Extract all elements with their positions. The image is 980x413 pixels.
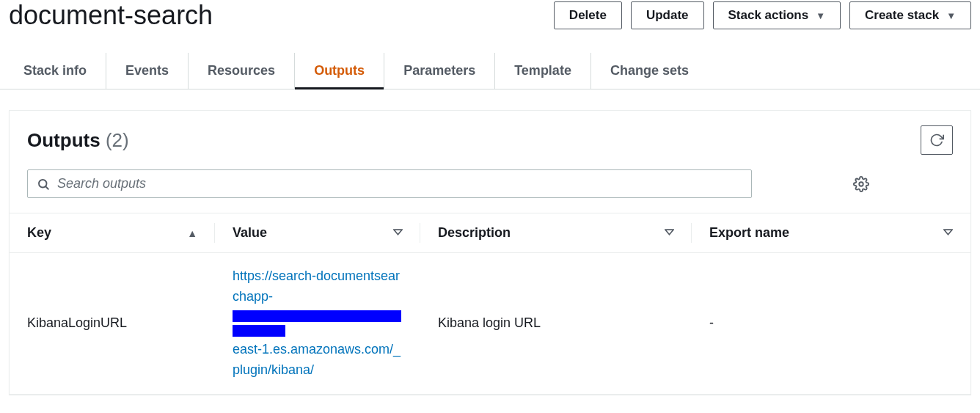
cell-value[interactable]: https://search-documentsearchapp- east-1… [215,253,420,395]
tab-template[interactable]: Template [495,53,591,89]
outputs-table: Key ▲ Value Description [10,213,970,395]
column-header-key[interactable]: Key ▲ [10,213,215,253]
tab-events[interactable]: Events [106,53,189,89]
cell-key: KibanaLoginURL [10,253,215,395]
tab-change-sets[interactable]: Change sets [591,53,708,89]
refresh-button[interactable] [921,125,953,155]
table-row: KibanaLoginURL https://search-documentse… [10,253,970,395]
tabs: Stack info Events Resources Outputs Para… [0,53,980,89]
column-header-description[interactable]: Description [420,213,692,253]
delete-button[interactable]: Delete [554,1,622,29]
tab-resources[interactable]: Resources [189,53,295,89]
gear-icon [853,176,869,192]
redacted-bar [233,325,285,337]
search-icon [37,178,50,191]
redacted-bar [233,310,401,322]
stack-actions-label: Stack actions [728,8,809,23]
filter-icon[interactable] [943,228,953,238]
svg-marker-4 [665,230,673,235]
sort-asc-icon[interactable]: ▲ [187,227,197,239]
svg-marker-5 [944,230,952,235]
table-header-row: Key ▲ Value Description [10,213,970,253]
create-stack-button[interactable]: Create stack ▼ [849,1,971,29]
panel-title-text: Outputs [27,129,100,151]
outputs-panel: Outputs (2) [9,110,971,395]
caret-down-icon: ▼ [816,10,825,21]
cell-description: Kibana login URL [420,253,692,395]
column-export-name-label: Export name [709,225,789,241]
column-key-label: Key [27,225,51,241]
stack-actions-button[interactable]: Stack actions ▼ [713,1,841,29]
svg-point-2 [859,182,863,186]
panel-count: (2) [106,129,129,151]
tab-parameters[interactable]: Parameters [384,53,495,89]
search-box[interactable] [27,169,752,198]
filter-icon[interactable] [665,228,674,238]
column-header-export-name[interactable]: Export name [692,213,970,253]
action-buttons: Delete Update Stack actions ▼ Create sta… [554,1,971,29]
caret-down-icon: ▼ [946,10,956,21]
refresh-icon [929,133,944,147]
create-stack-label: Create stack [865,8,939,23]
svg-marker-3 [394,230,402,235]
update-button[interactable]: Update [631,1,704,29]
search-input[interactable] [57,176,742,191]
page-title: document-search [9,0,213,31]
tab-stack-info[interactable]: Stack info [9,53,106,89]
column-value-label: Value [233,225,267,241]
cell-export-name: - [692,253,970,395]
filter-icon[interactable] [393,228,403,238]
column-description-label: Description [438,225,511,241]
settings-button[interactable] [853,176,869,192]
panel-title: Outputs (2) [27,129,129,152]
value-link-prefix: https://search-documentsearchapp- [233,268,400,304]
svg-line-1 [45,186,48,189]
tab-outputs[interactable]: Outputs [295,53,384,89]
column-header-value[interactable]: Value [215,213,420,253]
value-link-suffix: east-1.es.amazonaws.com/_plugin/kibana/ [233,342,401,377]
